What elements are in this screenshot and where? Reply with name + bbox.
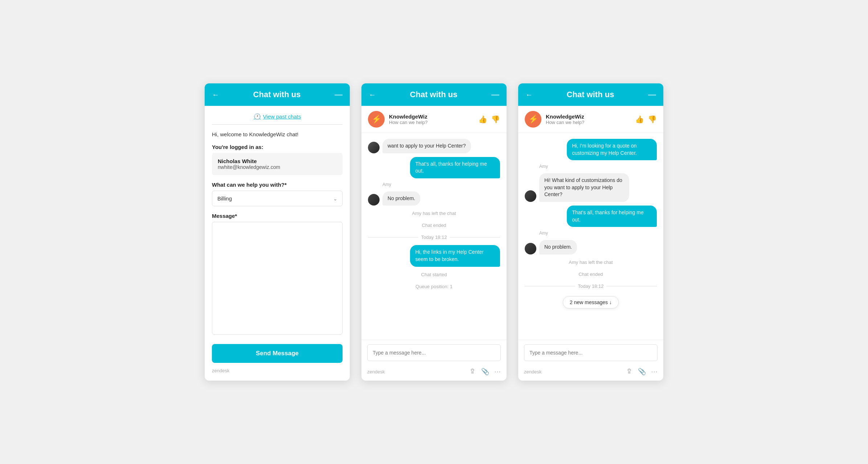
panel2-title: Chat with us [376,90,491,99]
rating-icons: 👍 👎 [478,115,500,124]
thumbs-up-icon[interactable]: 👍 [635,115,644,124]
user-info-box: Nicholas White nwhite@knowledgewiz.com [212,153,343,175]
view-past-chats-link[interactable]: 🕐 View past chats [212,113,343,120]
panel3-title: Chat with us [533,90,648,99]
user-bubble: That's all, thanks for helping me out. [410,157,500,178]
system-message: Chat started [368,272,500,277]
thumbs-down-icon[interactable]: 👎 [648,115,657,124]
message-row: That's all, thanks for helping me out. [368,157,500,178]
attachment-icon[interactable]: 📎 [638,368,646,376]
user-name: Nicholas White [218,158,337,164]
agent-subtitle: How can we help? [546,120,635,125]
message-row: want to apply to your Help Center? [368,139,500,153]
chat-input[interactable] [524,344,658,361]
zendesk-label: zendesk [212,368,343,373]
panel-3: ← Chat with us — ⚡ KnowledgeWiz How can … [518,83,663,381]
agent-bubble: No problem. [382,191,420,206]
share-icon[interactable]: ⮸ [626,368,633,376]
send-message-button[interactable]: Send Message [212,344,343,363]
agent-avatar: ⚡ [525,111,541,128]
agent-bubble: Hi! What kind of customizations do you w… [539,173,629,202]
lightning-icon: ⚡ [372,115,381,124]
message-row: No problem. [368,191,500,206]
message-row: No problem. [525,240,657,254]
clock-icon: 🕐 [254,113,261,120]
agent-name-label: Amy [382,182,500,187]
help-select[interactable]: Billing Technical Support General Inquir… [212,191,343,206]
user-email: nwhite@knowledgewiz.com [218,164,337,170]
message-input[interactable] [212,222,343,335]
agent-name: KnowledgeWiz [389,113,478,120]
thumbs-down-icon[interactable]: 👎 [491,115,500,124]
agent-avatar-small [368,142,380,153]
date-text: Today 18:12 [421,235,447,240]
divider-line [525,286,575,286]
message-label: Message* [212,213,343,219]
help-label: What can we help you with?* [212,182,343,188]
message-row: Hi, the links in my Help Center seem to … [368,245,500,266]
panel-1: ← Chat with us — 🕐 View past chats Hi, w… [205,83,350,381]
agent-name: KnowledgeWiz [546,113,635,120]
user-bubble: Hi, I'm looking for a quote on customizi… [567,139,657,160]
message-row: Hi! What kind of customizations do you w… [525,173,657,202]
rating-icons: 👍 👎 [635,115,657,124]
minimize-icon[interactable]: — [648,91,656,99]
agent-name-label: Amy [539,231,657,236]
chat-input[interactable] [367,344,501,361]
agent-avatar-small [525,190,536,202]
agent-avatar-small [368,194,380,206]
user-bubble: That's all, thanks for helping me out. [567,206,657,227]
panel3-body: ⚡ KnowledgeWiz How can we help? 👍 👎 Hi, … [518,106,663,381]
chat-messages: want to apply to your Help Center? That'… [361,133,507,340]
help-select-wrapper: Billing Technical Support General Inquir… [212,191,343,206]
back-icon[interactable]: ← [212,91,219,99]
chat-footer: zendesk ⮸ 📎 ⋯ [361,365,507,381]
divider [212,124,343,125]
attachment-icon[interactable]: 📎 [481,368,489,376]
agent-bubble: No problem. [539,240,577,254]
panel1-title: Chat with us [219,90,335,99]
agent-header: ⚡ KnowledgeWiz How can we help? 👍 👎 [361,106,507,133]
system-message: Amy has left the chat [525,260,657,265]
date-text: Today 18:12 [578,283,604,289]
welcome-text: Hi, welcome to KnowledgeWiz chat! [212,131,343,137]
message-row: That's all, thanks for helping me out. [525,206,657,227]
lightning-icon: ⚡ [528,115,538,124]
date-divider: Today 18:12 [525,283,657,289]
share-icon[interactable]: ⮸ [470,368,476,376]
more-icon[interactable]: ⋯ [494,368,501,376]
minimize-icon[interactable]: — [335,91,343,99]
minimize-icon[interactable]: — [491,91,499,99]
panel1-header: ← Chat with us — [205,83,350,106]
panel2-body: ⚡ KnowledgeWiz How can we help? 👍 👎 want… [361,106,507,381]
date-divider: Today 18:12 [368,235,500,240]
chat-input-area [361,340,507,365]
panel3-header: ← Chat with us — [518,83,663,106]
new-messages-text: 2 new messages ↓ [570,299,612,305]
system-message: Amy has left the chat [368,211,500,216]
chat-footer: zendesk ⮸ 📎 ⋯ [518,365,663,381]
new-messages-area: 2 new messages ↓ [525,294,657,311]
system-message: Queue position: 1 [368,284,500,289]
panel1-body: 🕐 View past chats Hi, welcome to Knowled… [205,106,350,338]
view-past-chats-label: View past chats [263,113,301,120]
divider-line [450,237,500,237]
zendesk-label: zendesk [524,369,541,374]
more-icon[interactable]: ⋯ [651,368,658,376]
agent-info: KnowledgeWiz How can we help? [546,113,635,125]
panel1-footer: Send Message zendesk [205,338,350,381]
panel2-header: ← Chat with us — [361,83,507,106]
system-message: Chat ended [525,272,657,277]
back-icon[interactable]: ← [369,91,376,99]
agent-subtitle: How can we help? [389,120,478,125]
new-messages-pill[interactable]: 2 new messages ↓ [563,296,619,308]
agent-bubble: want to apply to your Help Center? [382,139,471,153]
agent-avatar: ⚡ [368,111,385,128]
user-bubble: Hi, the links in my Help Center seem to … [410,245,500,266]
agent-info: KnowledgeWiz How can we help? [389,113,478,125]
thumbs-up-icon[interactable]: 👍 [478,115,487,124]
back-icon[interactable]: ← [525,91,533,99]
footer-icons: ⮸ 📎 ⋯ [470,368,501,376]
message-row: Hi, I'm looking for a quote on customizi… [525,139,657,160]
zendesk-label: zendesk [367,369,385,374]
